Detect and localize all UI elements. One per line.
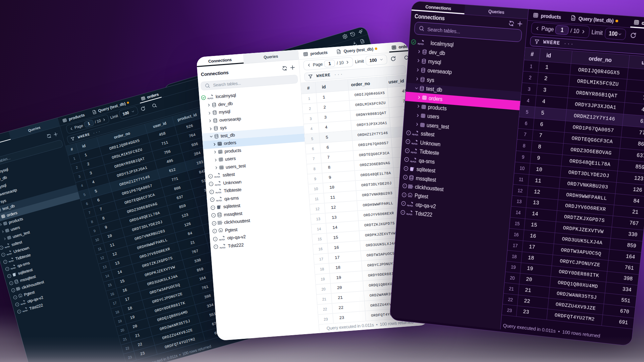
svg-text:MySQL: MySQL	[10, 267, 16, 270]
svg-text:MySQL: MySQL	[4, 245, 10, 248]
svg-text:MySQL: MySQL	[412, 142, 418, 145]
svg-text:MySQL: MySQL	[215, 191, 222, 194]
svg-text:MySQL: MySQL	[207, 97, 214, 100]
svg-text:MySQL: MySQL	[411, 151, 418, 154]
svg-text:MySQL: MySQL	[8, 260, 14, 263]
svg-text:MySQL: MySQL	[22, 309, 28, 312]
svg-text:MySQL: MySQL	[406, 213, 413, 216]
svg-text:MySQL: MySQL	[410, 160, 417, 163]
svg-text:MySQL: MySQL	[214, 176, 221, 178]
svg-text:MySQL: MySQL	[219, 238, 225, 241]
svg-text:MySQL: MySQL	[216, 199, 222, 201]
svg-text:MySQL: MySQL	[407, 204, 413, 207]
svg-text:MySQL: MySQL	[6, 253, 12, 256]
svg-text:MySQL: MySQL	[220, 246, 226, 249]
svg-text:MySQL: MySQL	[418, 43, 424, 45]
svg-text:MySQL: MySQL	[20, 302, 26, 305]
svg-text:MySQL: MySQL	[412, 133, 419, 136]
svg-text:MySQL: MySQL	[215, 183, 221, 186]
